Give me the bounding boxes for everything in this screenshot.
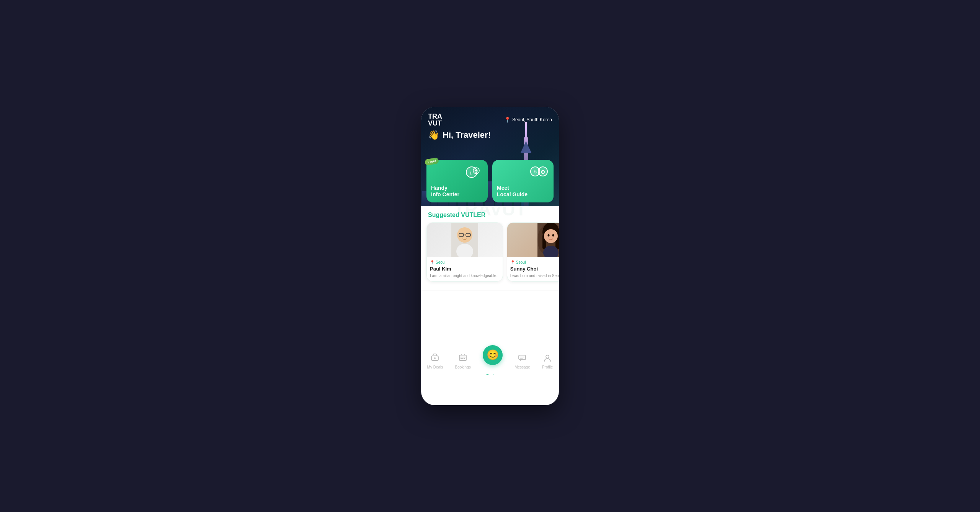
nav-label-my-deals: My Deals [427,365,443,369]
phone-screen: TRA VUT 📍 Seoul, South Korea 👋 Hi, Trave… [421,107,559,405]
info-center-icon: i [431,165,483,183]
nav-item-explore[interactable]: 😊 Explore [479,343,506,375]
vutler-info-paul: 📍Seoul Paul Kim I am familiar, bright an… [427,257,503,281]
svg-point-7 [536,171,537,172]
nav-label-bookings: Bookings [455,365,471,369]
vutler-name-paul: Paul Kim [430,266,500,272]
svg-rect-33 [462,358,464,359]
app-logo: TRA VUT [428,113,442,127]
nav-label-message: Message [514,365,530,369]
profile-icon [543,354,552,364]
suggested-highlight: VUTLER [461,212,485,218]
vutler-photo-sunny [507,223,559,257]
location-text: Seoul, South Korea [512,117,552,122]
action-cards: Free! i Handy Info Center [426,160,554,202]
svg-text:⊙: ⊙ [541,169,545,175]
header-bar: TRA VUT 📍 Seoul, South Korea [421,107,559,130]
message-icon [518,354,526,364]
suggested-section-title: Suggested VUTLER [421,206,559,222]
nav-item-profile[interactable]: Profile [538,351,557,372]
vutler-card-paul[interactable]: 📍Seoul Paul Kim I am familiar, bright an… [426,222,503,282]
vutler-photo-paul [427,223,503,257]
vutler-name-sunny: Sunny Choi [510,266,559,272]
svg-rect-32 [461,358,462,359]
nav-item-bookings[interactable]: Bookings [451,351,475,372]
bottom-navigation: My Deals Bookings [421,348,559,375]
nav-label-profile: Profile [542,365,553,369]
svg-point-23 [552,234,554,236]
location-badge[interactable]: 📍 Seoul, South Korea [504,117,552,123]
svg-point-30 [434,357,436,359]
nav-item-my-deals[interactable]: My Deals [423,351,447,372]
svg-point-4 [477,170,478,171]
svg-point-6 [534,171,535,172]
vutler-info-sunny: 📍Seoul Sunny Choi I was born and raised … [507,257,559,281]
meet-local-label: Meet Local Guide [497,185,549,198]
meet-local-guide-card[interactable]: ⊙ Meet Local Guide [492,160,554,202]
explore-fab[interactable]: 😊 [483,345,503,365]
local-guide-icon: ⊙ [497,165,549,183]
svg-rect-34 [464,358,465,359]
white-section: TRAVUT Suggested VUTLER [421,206,559,375]
vutler-location-sunny: 📍Seoul [510,260,559,264]
vutler-card-sunny[interactable]: 📍Seoul Sunny Choi I was born and raised … [507,222,559,282]
greeting-section: 👋 Hi, Traveler! [428,130,491,140]
svg-point-3 [475,170,476,171]
vutler-desc-paul: I am familiar, bright and knowledgeable.… [430,273,500,278]
vutler-location-paul: 📍Seoul [430,260,500,264]
handy-info-label: Handy Info Center [431,185,483,198]
svg-rect-31 [459,355,466,360]
nav-item-message[interactable]: Message [511,351,534,372]
vutler-cards-list: 📍Seoul Paul Kim I am familiar, bright an… [421,222,559,287]
greeting-text: 👋 Hi, Traveler! [428,130,491,140]
wave-icon: 👋 [428,130,439,140]
svg-point-2 [473,168,479,174]
suggested-prefix: Suggested [428,212,461,218]
nav-divider [421,290,559,290]
bookings-icon [459,354,467,364]
svg-point-36 [546,355,549,358]
svg-text:i: i [470,170,472,176]
handy-info-center-card[interactable]: Free! i Handy Info Center [426,160,488,202]
svg-point-22 [547,234,549,236]
explore-fab-icon: 😊 [487,349,499,361]
vutler-desc-sunny: I was born and raised in Seoul and have … [510,273,559,278]
svg-point-21 [544,229,558,243]
location-pin-icon: 📍 [504,117,511,123]
nav-label-explore: Explore [486,374,499,375]
greeting-label: Hi, Traveler! [443,130,491,140]
svg-rect-35 [519,355,526,360]
hero-section: TRA VUT 📍 Seoul, South Korea 👋 Hi, Trave… [421,107,559,206]
my-deals-icon [431,354,439,364]
